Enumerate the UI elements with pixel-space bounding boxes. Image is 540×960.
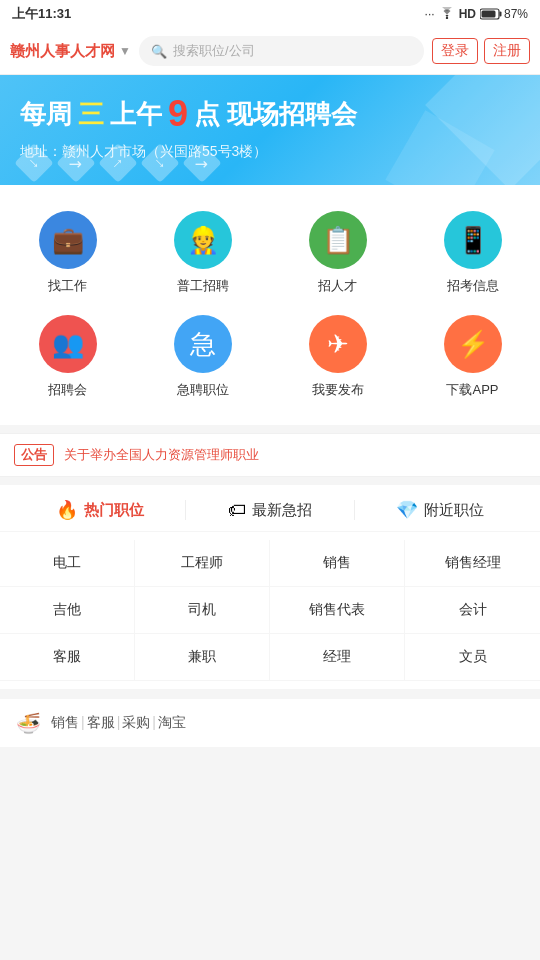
login-button[interactable]: 登录 xyxy=(432,38,478,64)
icon-label-urgent-job: 急聘职位 xyxy=(177,381,229,399)
svg-point-0 xyxy=(445,16,447,18)
icon-circle-labor-recruit: 👷 xyxy=(174,211,232,269)
job-tag[interactable]: 销售代表 xyxy=(270,587,405,633)
job-tag[interactable]: 会计 xyxy=(405,587,540,633)
icon-label-find-job: 找工作 xyxy=(48,277,87,295)
exam-info-icon: 📱 xyxy=(457,225,489,256)
banner-suffix: 点 现场招聘会 xyxy=(194,97,357,132)
icon-item-urgent-job[interactable]: 急 急聘职位 xyxy=(135,305,270,409)
icon-item-labor-recruit[interactable]: 👷 普工招聘 xyxy=(135,201,270,305)
bottom-item[interactable]: 淘宝 xyxy=(158,714,186,730)
icon-circle-post-job: ✈ xyxy=(309,315,367,373)
icon-circle-urgent-job: 急 xyxy=(174,315,232,373)
tab-label-latest-urgent: 最新急招 xyxy=(252,501,312,520)
announcement-bar: 公告 关于举办全国人力资源管理师职业 xyxy=(0,433,540,477)
icon-label-recruit-talent: 招人才 xyxy=(318,277,357,295)
icon-item-post-job[interactable]: ✈ 我要发布 xyxy=(270,305,405,409)
job-tag[interactable]: 客服 xyxy=(0,634,135,680)
announce-text[interactable]: 关于举办全国人力资源管理师职业 xyxy=(64,446,526,464)
find-job-icon: 💼 xyxy=(52,225,84,256)
bottom-bar: 🍜 销售|客服|采购|淘宝 xyxy=(0,697,540,747)
arrow-deco-5: ↗ xyxy=(182,143,222,183)
icon-circle-recruit-talent: 📋 xyxy=(309,211,367,269)
icon-item-exam-info[interactable]: 📱 招考信息 xyxy=(405,201,540,305)
battery-icon: 87% xyxy=(480,7,528,21)
tab-icon-nearby-jobs: 💎 xyxy=(396,499,418,521)
chevron-down-icon: ▼ xyxy=(119,44,131,58)
bottom-item[interactable]: 客服 xyxy=(87,714,115,730)
bottom-item[interactable]: 采购 xyxy=(122,714,150,730)
job-tag[interactable]: 兼职 xyxy=(135,634,270,680)
icon-label-labor-recruit: 普工招聘 xyxy=(177,277,229,295)
banner-nine: 9 xyxy=(168,93,188,135)
status-icons: ··· HD 87% xyxy=(425,7,528,22)
separator: | xyxy=(81,714,85,730)
tab-label-hot-jobs: 热门职位 xyxy=(84,501,144,520)
icon-circle-job-fair: 👥 xyxy=(39,315,97,373)
job-tag[interactable]: 电工 xyxy=(0,540,135,586)
banner-title: 每周 三 上午 9 点 现场招聘会 xyxy=(20,93,520,135)
tabs-section: 🔥 热门职位 🏷 最新急招 💎 附近职位 电工工程师销售销售经理吉他司机销售代表… xyxy=(0,485,540,689)
arrow-deco-4: → xyxy=(140,143,180,183)
register-button[interactable]: 注册 xyxy=(484,38,530,64)
arrow-deco-3: ↑ xyxy=(98,143,138,183)
icon-item-recruit-talent[interactable]: 📋 招人才 xyxy=(270,201,405,305)
separator: | xyxy=(152,714,156,730)
icon-item-job-fair[interactable]: 👥 招聘会 xyxy=(0,305,135,409)
icon-item-find-job[interactable]: 💼 找工作 xyxy=(0,201,135,305)
recruit-talent-icon: 📋 xyxy=(322,225,354,256)
arrow-deco-1: → xyxy=(14,143,54,183)
separator: | xyxy=(117,714,121,730)
bottom-icon: 🍜 xyxy=(16,711,41,735)
job-tag[interactable]: 司机 xyxy=(135,587,270,633)
wifi-icon xyxy=(439,7,455,22)
tab-latest-urgent[interactable]: 🏷 最新急招 xyxy=(186,500,355,521)
job-fair-icon: 👥 xyxy=(52,329,84,360)
tab-label-nearby-jobs: 附近职位 xyxy=(424,501,484,520)
banner: 每周 三 上午 9 点 现场招聘会 地址：赣州人才市场（兴国路55号3楼） → … xyxy=(0,75,540,185)
icon-label-exam-info: 招考信息 xyxy=(447,277,499,295)
icon-circle-download-app: ⚡ xyxy=(444,315,502,373)
banner-highlight: 三 xyxy=(78,97,104,132)
job-row-0: 电工工程师销售销售经理 xyxy=(0,540,540,587)
header: 赣州人事人才网 ▼ 🔍 搜索职位/公司 登录 注册 xyxy=(0,28,540,75)
auth-buttons: 登录 注册 xyxy=(432,38,530,64)
icon-circle-exam-info: 📱 xyxy=(444,211,502,269)
urgent-job-icon: 急 xyxy=(190,327,216,362)
bottom-item[interactable]: 销售 xyxy=(51,714,79,730)
job-tag[interactable]: 销售 xyxy=(270,540,405,586)
icon-label-post-job: 我要发布 xyxy=(312,381,364,399)
tabs-header: 🔥 热门职位 🏷 最新急招 💎 附近职位 xyxy=(0,485,540,532)
icon-label-job-fair: 招聘会 xyxy=(48,381,87,399)
tab-hot-jobs[interactable]: 🔥 热门职位 xyxy=(16,499,185,521)
tab-nearby-jobs[interactable]: 💎 附近职位 xyxy=(355,499,524,521)
job-row-1: 吉他司机销售代表会计 xyxy=(0,587,540,634)
download-app-icon: ⚡ xyxy=(457,329,489,360)
search-box[interactable]: 🔍 搜索职位/公司 xyxy=(139,36,424,66)
banner-prefix: 每周 xyxy=(20,97,72,132)
labor-recruit-icon: 👷 xyxy=(187,225,219,256)
brand-name: 赣州人事人才网 xyxy=(10,42,115,61)
icon-label-download-app: 下载APP xyxy=(446,381,498,399)
network-type: HD xyxy=(459,7,476,21)
banner-decorations: → ↗ ↑ → ↗ xyxy=(20,149,216,177)
icon-grid: 💼 找工作 👷 普工招聘 📋 招人才 📱 招考信息 👥 招聘会 xyxy=(0,185,540,425)
svg-rect-3 xyxy=(481,11,495,18)
job-tag[interactable]: 文员 xyxy=(405,634,540,680)
job-tag[interactable]: 工程师 xyxy=(135,540,270,586)
job-tag[interactable]: 吉他 xyxy=(0,587,135,633)
job-grid: 电工工程师销售销售经理吉他司机销售代表会计客服兼职经理文员 xyxy=(0,532,540,689)
search-placeholder: 搜索职位/公司 xyxy=(173,42,255,60)
icon-circle-find-job: 💼 xyxy=(39,211,97,269)
job-tag[interactable]: 销售经理 xyxy=(405,540,540,586)
job-row-2: 客服兼职经理文员 xyxy=(0,634,540,681)
search-icon: 🔍 xyxy=(151,44,167,59)
icon-item-download-app[interactable]: ⚡ 下载APP xyxy=(405,305,540,409)
status-bar: 上午11:31 ··· HD 87% xyxy=(0,0,540,28)
brand[interactable]: 赣州人事人才网 ▼ xyxy=(10,42,131,61)
post-job-icon: ✈ xyxy=(327,329,349,360)
bottom-text: 销售|客服|采购|淘宝 xyxy=(51,714,186,732)
job-tag[interactable]: 经理 xyxy=(270,634,405,680)
signal-dots: ··· xyxy=(425,7,435,21)
announce-tag: 公告 xyxy=(14,444,54,466)
